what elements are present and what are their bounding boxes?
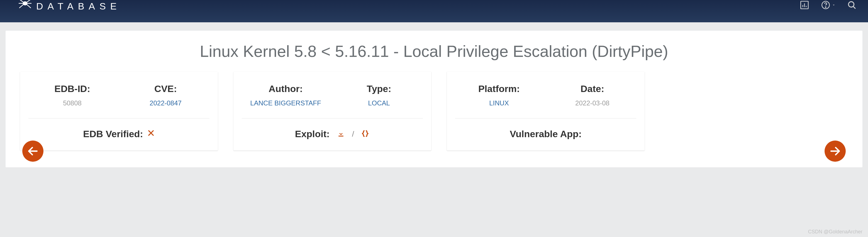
cve-value-link[interactable]: 2022-0847	[150, 99, 182, 107]
page-title: Linux Kernel 5.8 < 5.16.11 - Local Privi…	[12, 42, 856, 60]
stats-icon[interactable]	[800, 0, 809, 10]
exploit-label: Exploit:	[295, 128, 330, 140]
card-bottom: EDB Verified:	[28, 119, 210, 140]
card-top: EDB-ID: 50808 CVE: 2022-0847	[28, 83, 210, 119]
author-value-link[interactable]: LANCE BIGGERSTAFF	[250, 99, 321, 107]
edb-id-pair: EDB-ID: 50808	[28, 83, 116, 107]
card-author-type: Author: LANCE BIGGERSTAFF Type: LOCAL Ex…	[234, 72, 431, 151]
brand-text: DATABASE	[36, 1, 121, 11]
info-cards-row: EDB-ID: 50808 CVE: 2022-0847 EDB Verifie…	[12, 72, 856, 151]
card-platform-date: Platform: LINUX Date: 2022-03-08 Vulnera…	[447, 72, 645, 151]
view-raw-icon[interactable]	[361, 129, 370, 139]
card-bottom: Vulnerable App:	[455, 119, 636, 140]
svg-rect-11	[339, 136, 344, 136]
author-label: Author:	[269, 83, 303, 94]
search-icon[interactable]	[847, 0, 857, 10]
nav-icons	[800, 0, 857, 10]
author-pair: Author: LANCE BIGGERSTAFF	[242, 83, 330, 107]
content-panel: Linux Kernel 5.8 < 5.16.11 - Local Privi…	[6, 31, 862, 167]
platform-value-link[interactable]: LINUX	[489, 99, 509, 107]
svg-point-6	[826, 7, 826, 7]
date-pair: Date: 2022-03-08	[549, 83, 636, 107]
card-identifiers: EDB-ID: 50808 CVE: 2022-0847 EDB Verifie…	[20, 72, 218, 151]
separator: /	[352, 130, 354, 139]
cve-label: CVE:	[154, 83, 177, 94]
type-label: Type:	[367, 83, 391, 94]
prev-button[interactable]	[22, 141, 43, 162]
date-value: 2022-03-08	[575, 99, 610, 107]
card-top: Author: LANCE BIGGERSTAFF Type: LOCAL	[242, 83, 423, 119]
help-icon[interactable]	[820, 0, 836, 10]
spider-icon	[17, 0, 33, 10]
exploit-actions: /	[337, 129, 370, 139]
next-button[interactable]	[825, 141, 846, 162]
watermark: CSDN @GoldenaArcher	[808, 229, 862, 235]
card-top: Platform: LINUX Date: 2022-03-08	[455, 83, 636, 119]
cve-pair: CVE: 2022-0847	[122, 83, 210, 107]
brand-logo[interactable]: DATABASE	[17, 0, 121, 12]
brand-subtitle: DATABASE	[36, 1, 121, 11]
edb-id-label: EDB-ID:	[54, 83, 90, 94]
type-value-link[interactable]: LOCAL	[368, 99, 390, 107]
x-icon	[147, 129, 155, 139]
navbar: DATABASE	[0, 0, 868, 22]
edb-id-value: 50808	[63, 99, 82, 107]
vulnerable-app-label: Vulnerable App:	[510, 128, 582, 140]
svg-line-8	[853, 6, 855, 8]
platform-label: Platform:	[478, 83, 520, 94]
edb-verified-label: EDB Verified:	[83, 128, 143, 140]
card-bottom: Exploit: /	[242, 119, 423, 140]
download-icon[interactable]	[337, 129, 345, 139]
platform-pair: Platform: LINUX	[455, 83, 543, 107]
type-pair: Type: LOCAL	[335, 83, 423, 107]
date-label: Date:	[581, 83, 604, 94]
